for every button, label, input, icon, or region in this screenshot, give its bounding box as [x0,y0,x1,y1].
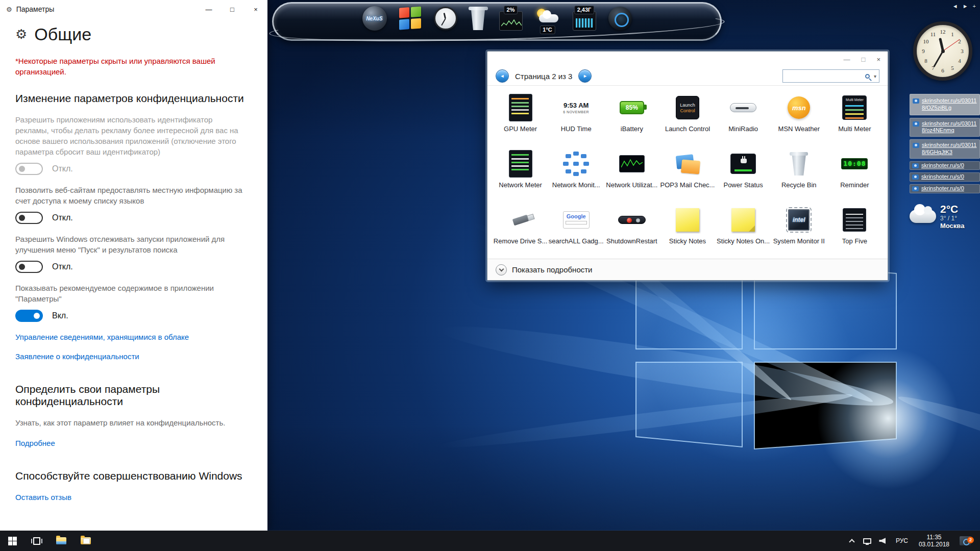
learn-more-link[interactable]: Подробнее [15,439,243,447]
screenshot-link-item[interactable]: skrinshoter.ru/s/0 [910,172,980,182]
clock-numeral: 3 [958,47,967,55]
tray-display-button[interactable] [860,538,875,544]
gadget-ibattery[interactable]: 85% iBattery [604,90,659,143]
flag-pane-green [411,7,421,17]
cloud-info-link[interactable]: Управление сведениями, хранящимися в обл… [15,333,243,341]
screenshot-link-item[interactable]: skrinshoter.ru/s/0 [910,161,980,170]
gallery-minimize-button[interactable]: — [844,56,850,63]
gallery-maximize-button[interactable]: □ [862,56,866,63]
screenshot-link-item[interactable]: skrinshoter.ru/s/030118/OZ5ziBLg [910,94,980,115]
screenshot-tray-button[interactable]: 2 [954,536,976,545]
settings-titlebar[interactable]: ⚙ Параметры — □ × [0,0,267,18]
gadget-network-utilization[interactable]: Network Utilizat... [604,146,659,199]
gadget-remove-drive-safely[interactable]: Remove Drive S... [493,202,548,255]
gadget-searchall[interactable]: Google searchALL Gadg... [548,202,604,255]
task-view-icon [31,537,42,545]
screenshot-url[interactable]: skrinshoter.ru/s/030118/6GHqJtK3 [922,142,977,156]
screenshot-link-item[interactable]: skrinshoter.ru/s/0 [910,184,980,193]
gadget-label: Power Status [716,181,771,189]
dock-recycle-bin-icon[interactable] [470,7,487,30]
launch-control-icon: Launch Control [676,96,699,119]
webcam-icon[interactable] [608,7,632,30]
ram-meter-icon[interactable]: 2,43Г [573,11,596,31]
start-button[interactable] [0,531,24,551]
gadgets-next-button[interactable]: ► [963,3,968,9]
minimize-button[interactable]: — [197,0,220,18]
maximize-button[interactable]: □ [220,0,244,18]
tray-expand-button[interactable] [844,538,860,544]
nexus-label: NeXuS [366,16,382,21]
screenshot-url[interactable]: skrinshoter.ru/s/030118/OZ5ziBLg [922,97,977,112]
app-launch-description: Разрешить Windows отслеживать запуски пр… [15,234,243,255]
gadget-power-status[interactable]: Power Status [716,146,771,199]
volume-icon [879,538,886,544]
gallery-close-button[interactable]: × [876,56,880,63]
battery-percent: 85% [626,104,638,111]
dock-clock-icon[interactable] [434,7,457,30]
windows-flag-icon[interactable] [399,6,422,30]
gadget-sticky-notes[interactable]: Sticky Notes [659,202,715,255]
camera-small-icon [912,174,919,180]
gadget-multi-meter[interactable]: Multi Meter Multi Meter [827,90,883,143]
gallery-titlebar[interactable]: — □ × [487,52,888,67]
gadgets-add-button[interactable]: + [973,3,976,9]
gadget-shutdownrestart[interactable]: ShutdownRestart [604,202,659,255]
miniradio-icon-wrap [728,93,758,122]
gadgets-prev-button[interactable]: ◄ [952,3,958,9]
gadget-gpu-meter[interactable]: GPU Meter [493,90,548,143]
suggested-content-toggle[interactable] [15,310,43,322]
screenshot-url[interactable]: skrinshoter.ru/s/030118/oz4NEnmq [922,120,977,135]
feedback-link[interactable]: Оставить отзыв [15,493,243,502]
page-forward-button[interactable]: ► [578,69,592,83]
screenshot-link-item[interactable]: skrinshoter.ru/s/030118/oz4NEnmq [910,118,980,137]
weather-gadget[interactable]: 2°C 3° / 1° Москва [910,203,979,230]
shutdown-restart-icon [618,216,646,224]
screenshot-url[interactable]: skrinshoter.ru/s/0 [921,162,964,169]
gadget-reminder[interactable]: 10:08 Reminder [827,146,883,199]
screenshot-url[interactable]: skrinshoter.ru/s/0 [921,185,964,192]
gadget-label: Network Meter [493,181,548,189]
gadget-pop3-mail-checker[interactable]: POP3 Mail Chec... [659,146,715,199]
ad-id-toggle[interactable] [15,163,43,175]
clock-numeral: 1 [948,31,957,38]
gadget-network-meter[interactable]: Network Meter [493,146,548,199]
gadget-hud-time[interactable]: 9:53 AM 6 NOVEMBER HUD Time [548,90,604,143]
search-input[interactable] [786,72,865,80]
show-details-button[interactable] [496,264,507,276]
clock-gadget[interactable]: 12 1 2 3 4 5 6 7 8 9 10 11 [913,21,972,81]
gadget-launch-control[interactable]: Launch Control Launch Control [659,90,715,143]
gadget-network-monitor[interactable]: Network Monit... [548,146,604,199]
multi-meter-text: Multi Meter [846,98,864,102]
clock-numeral: 4 [955,57,964,64]
taskbar-date: 03.01.2018 [919,541,949,548]
pinned-app-button[interactable] [74,531,98,551]
nexus-dock: NeXuS 2% 1°C 2,43Г [269,0,725,47]
taskbar-clock[interactable]: 11:35 03.01.2018 [914,534,954,548]
language-list-toggle[interactable] [15,212,43,224]
page-back-button[interactable]: ◄ [496,69,509,83]
close-button[interactable]: × [244,0,267,18]
gadget-search-box[interactable]: ▾ [782,69,879,83]
gadget-recycle-bin[interactable]: Recycle Bin [771,146,827,199]
gadget-top-five[interactable]: Top Five [827,202,883,255]
gadget-msn-weather[interactable]: msn MSN Weather [771,90,827,143]
nexus-orb-icon[interactable]: NeXuS [362,6,387,31]
language-indicator[interactable]: РУС [890,537,914,544]
cpu-meter-icon[interactable]: 2% [499,11,523,31]
file-explorer-button[interactable] [49,531,74,551]
searchall-icon-wrap: Google [561,205,591,235]
search-dropdown-icon[interactable]: ▾ [874,73,876,79]
tray-volume-button[interactable] [875,538,890,544]
privacy-statement-link[interactable]: Заявление о конфиденциальности [15,352,243,361]
app-launch-toggle[interactable] [15,261,43,273]
task-view-button[interactable] [24,531,49,551]
screenshot-url[interactable]: skrinshoter.ru/s/0 [921,173,964,181]
dock-weather-icon[interactable]: 1°C [535,8,560,30]
gadget-label: Network Utilizat... [604,181,659,189]
gadget-sticky-notes-online[interactable]: Sticky Notes On... [716,202,771,255]
gadget-miniradio[interactable]: MiniRadio [716,90,771,143]
toggle-row: Откл. [15,261,247,273]
screenshot-link-item[interactable]: skrinshoter.ru/s/030118/6GHqJtK3 [910,139,980,159]
clock-numeral: 5 [948,64,957,71]
gadget-system-monitor-ii[interactable]: intel System Monitor II [771,202,827,255]
